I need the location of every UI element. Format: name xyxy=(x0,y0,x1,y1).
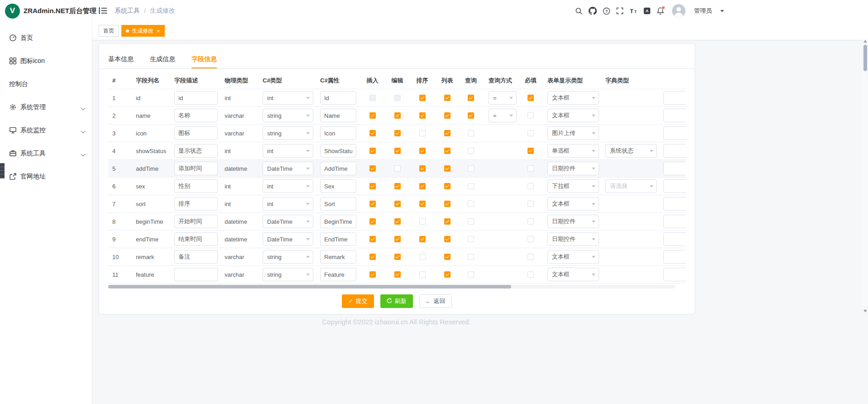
tag-active-page[interactable]: 生成修改 × xyxy=(121,25,165,37)
checkbox[interactable] xyxy=(444,271,451,278)
checkbox[interactable] xyxy=(444,236,451,242)
refresh-button[interactable]: 刷新 xyxy=(380,294,413,308)
checkbox[interactable] xyxy=(369,148,376,154)
checkbox[interactable] xyxy=(369,165,376,172)
csharp-property-input[interactable] xyxy=(320,109,356,122)
select-control[interactable]: int xyxy=(263,197,313,211)
checkbox[interactable] xyxy=(394,148,401,154)
translate-icon[interactable]: A xyxy=(643,7,651,14)
checkbox[interactable] xyxy=(468,218,474,225)
chevron-down-icon[interactable] xyxy=(720,10,724,12)
checkbox[interactable] xyxy=(528,271,534,278)
csharp-property-input[interactable] xyxy=(320,197,356,211)
checkbox[interactable] xyxy=(394,183,401,189)
checkbox[interactable] xyxy=(369,130,376,136)
checkbox[interactable] xyxy=(468,112,474,119)
checkbox[interactable] xyxy=(444,183,451,189)
sidebar-item-icons[interactable]: 图标icon xyxy=(0,49,92,72)
extra-input[interactable] xyxy=(663,215,686,228)
field-description-input[interactable] xyxy=(174,144,218,158)
field-description-input[interactable] xyxy=(174,126,218,140)
select-control[interactable]: DateTime xyxy=(263,232,313,246)
extra-input[interactable] xyxy=(663,109,686,122)
checkbox[interactable] xyxy=(444,165,451,172)
checkbox[interactable] xyxy=(444,130,451,136)
select-control[interactable]: 图片上传 xyxy=(547,126,599,140)
select-control[interactable]: string xyxy=(263,109,313,122)
settings-drawer-handle[interactable] xyxy=(0,159,5,182)
extra-input[interactable] xyxy=(663,232,686,246)
checkbox[interactable] xyxy=(419,201,426,207)
field-description-input[interactable] xyxy=(174,268,218,281)
checkbox[interactable] xyxy=(444,148,451,154)
checkbox[interactable] xyxy=(369,236,376,242)
checkbox[interactable] xyxy=(528,95,534,101)
csharp-property-input[interactable] xyxy=(320,91,356,105)
extra-input[interactable] xyxy=(663,126,686,140)
font-size-icon[interactable]: TT xyxy=(629,7,638,14)
csharp-property-input[interactable] xyxy=(320,215,356,228)
bell-icon[interactable] xyxy=(657,7,664,15)
select-control[interactable]: 日期控件 xyxy=(547,162,599,175)
checkbox[interactable] xyxy=(394,271,401,278)
select-control[interactable]: DateTime xyxy=(263,162,313,175)
close-icon[interactable]: × xyxy=(157,28,160,34)
search-icon[interactable] xyxy=(575,7,583,15)
sidebar-item-system-tools[interactable]: 系统工具 xyxy=(0,142,92,165)
select-control[interactable]: 文本框 xyxy=(547,250,599,264)
checkbox[interactable] xyxy=(444,112,451,119)
sidebar-item-system-monitor[interactable]: 系统监控 xyxy=(0,119,92,142)
select-control[interactable]: 下拉框 xyxy=(547,179,599,193)
checkbox[interactable] xyxy=(419,218,426,225)
checkbox[interactable] xyxy=(468,201,474,207)
field-description-input[interactable] xyxy=(174,179,218,193)
scroll-up-icon[interactable] xyxy=(863,40,867,43)
vertical-scrollbar[interactable] xyxy=(863,39,868,313)
sidebar-item-console[interactable]: 控制台 xyxy=(0,72,92,96)
field-description-input[interactable] xyxy=(174,109,218,122)
checkbox[interactable] xyxy=(528,201,534,207)
tag-home[interactable]: 首页 xyxy=(99,25,119,37)
extra-input[interactable] xyxy=(663,250,686,264)
checkbox[interactable] xyxy=(528,218,534,225)
extra-input[interactable] xyxy=(663,91,686,105)
fullscreen-icon[interactable] xyxy=(616,7,623,14)
sidebar-item-system-management[interactable]: 系统管理 xyxy=(0,96,92,119)
checkbox[interactable] xyxy=(444,95,451,101)
csharp-property-input[interactable] xyxy=(320,268,356,281)
checkbox[interactable] xyxy=(369,112,376,119)
extra-input[interactable] xyxy=(663,179,686,193)
checkbox[interactable] xyxy=(369,218,376,225)
checkbox[interactable] xyxy=(528,130,534,136)
tab-basic-info[interactable]: 基本信息 xyxy=(108,50,134,68)
checkbox[interactable] xyxy=(528,148,534,154)
select-control[interactable]: 文本框 xyxy=(547,109,599,122)
submit-button[interactable]: ✓ 提交 xyxy=(342,294,374,308)
sidebar-item-home[interactable]: 首页 xyxy=(0,26,92,49)
select-control[interactable]: string xyxy=(263,250,313,264)
scroll-down-icon[interactable] xyxy=(863,310,867,313)
checkbox[interactable] xyxy=(468,130,474,136)
checkbox[interactable] xyxy=(468,165,474,172)
field-description-input[interactable] xyxy=(174,250,218,264)
field-description-input[interactable] xyxy=(174,91,218,105)
checkbox[interactable] xyxy=(419,183,426,189)
select-control[interactable]: 文本框 xyxy=(547,91,599,105)
field-description-input[interactable] xyxy=(174,232,218,246)
checkbox[interactable] xyxy=(528,183,534,189)
checkbox[interactable] xyxy=(394,130,401,136)
checkbox[interactable] xyxy=(528,236,534,242)
checkbox[interactable] xyxy=(419,271,426,278)
select-control[interactable]: 日期控件 xyxy=(547,215,599,228)
csharp-property-input[interactable] xyxy=(320,232,356,246)
tab-field-info[interactable]: 字段信息 xyxy=(192,50,217,68)
csharp-property-input[interactable] xyxy=(320,162,356,175)
select-control[interactable]: DateTime xyxy=(263,215,313,228)
select-control[interactable]: 系统状态 xyxy=(605,144,657,158)
checkbox[interactable] xyxy=(369,271,376,278)
checkbox[interactable] xyxy=(419,148,426,154)
field-description-input[interactable] xyxy=(174,215,218,228)
checkbox[interactable] xyxy=(444,254,451,260)
select-control[interactable]: int xyxy=(263,144,313,158)
select-control[interactable]: 单选框 xyxy=(547,144,599,158)
